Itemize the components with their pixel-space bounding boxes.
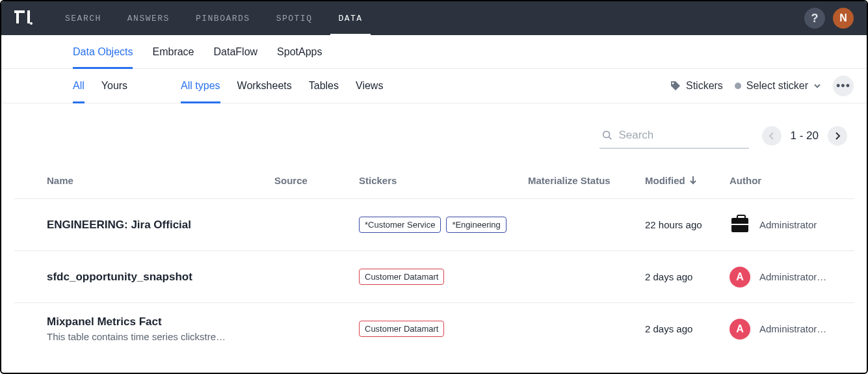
prev-page-button[interactable] — [762, 126, 782, 146]
th-modified[interactable]: Modified — [645, 175, 730, 186]
author-name: Administrator… — [759, 271, 826, 282]
name-cell: Mixpanel Metrics Fact This table contain… — [47, 315, 274, 342]
tab-spotapps[interactable]: SpotApps — [277, 35, 322, 69]
select-sticker-button[interactable]: Select sticker — [735, 80, 821, 92]
toolbar: 1 - 20 — [1, 103, 867, 162]
svg-point-4 — [672, 83, 674, 85]
svg-rect-2 — [27, 10, 30, 23]
filter-all-types[interactable]: All types — [181, 69, 220, 103]
next-page-button[interactable] — [828, 126, 847, 146]
chevron-right-icon — [834, 132, 841, 140]
sort-desc-icon — [689, 176, 697, 185]
filter-worksheets[interactable]: Worksheets — [237, 69, 292, 103]
table-header: Name Source Stickers Materialize Status … — [14, 162, 854, 198]
filter-all[interactable]: All — [73, 69, 85, 103]
sticker-cell: Customer Datamart — [359, 269, 528, 285]
author-cell: A Administrator… — [730, 319, 860, 340]
nav-search[interactable]: SEARCH — [65, 1, 101, 35]
tag-icon — [670, 81, 681, 91]
sticker-pill[interactable]: Customer Datamart — [359, 321, 444, 337]
svg-line-6 — [609, 137, 611, 140]
name-cell: ENGINEERING: Jira Official — [47, 219, 274, 232]
table-row[interactable]: ENGINEERING: Jira Official *Customer Ser… — [14, 198, 854, 250]
filter-tables[interactable]: Tables — [309, 69, 339, 103]
table-row[interactable]: Mixpanel Metrics Fact This table contain… — [14, 302, 854, 354]
data-table: Name Source Stickers Materialize Status … — [1, 162, 867, 354]
tab-embrace[interactable]: Embrace — [152, 35, 194, 69]
user-avatar[interactable]: N — [833, 8, 854, 29]
filter-views[interactable]: Views — [356, 69, 383, 103]
th-source[interactable]: Source — [274, 175, 359, 186]
top-nav-right: ? N — [804, 8, 854, 29]
sticker-pill[interactable]: *Engineering — [446, 217, 506, 233]
stickers-button[interactable]: Stickers — [670, 80, 723, 92]
table-row[interactable]: sfdc_opportunity_snapshot Customer Datam… — [14, 250, 854, 302]
modified-cell: 22 hours ago — [645, 219, 730, 230]
type-filter: All types Worksheets Tables Views — [181, 69, 383, 103]
ownership-filter: All Yours — [73, 69, 127, 103]
briefcase-icon — [731, 218, 748, 232]
modified-cell: 2 days ago — [645, 271, 730, 282]
chevron-down-icon — [813, 82, 821, 90]
svg-point-5 — [603, 131, 609, 138]
th-author[interactable]: Author — [730, 175, 860, 186]
dots-icon: ••• — [836, 79, 850, 93]
help-button[interactable]: ? — [804, 8, 825, 29]
top-nav: SEARCH ANSWERS PINBOARDS SPOTIQ DATA ? N — [1, 1, 867, 35]
search-box[interactable] — [599, 123, 749, 149]
author-cell: Administrator — [730, 215, 860, 235]
search-input[interactable] — [618, 129, 746, 142]
author-cell: A Administrator… — [730, 267, 860, 287]
sticker-cell: *Customer Service *Engineering — [359, 217, 528, 233]
dot-icon — [735, 83, 741, 89]
row-title: ENGINEERING: Jira Official — [47, 219, 274, 232]
stickers-label: Stickers — [686, 80, 723, 92]
sticker-pill[interactable]: Customer Datamart — [359, 269, 444, 285]
svg-rect-1 — [14, 10, 25, 13]
top-nav-items: SEARCH ANSWERS PINBOARDS SPOTIQ DATA — [65, 1, 363, 35]
nav-data[interactable]: DATA — [338, 1, 362, 35]
row-desc: This table contains time series clickstr… — [47, 331, 261, 342]
th-name[interactable]: Name — [47, 175, 274, 186]
chevron-left-icon — [769, 132, 775, 140]
th-materialize[interactable]: Materialize Status — [528, 175, 645, 186]
svg-point-3 — [30, 22, 33, 25]
sticker-pill[interactable]: *Customer Service — [359, 217, 441, 233]
select-sticker-label: Select sticker — [746, 80, 808, 92]
nav-answers[interactable]: ANSWERS — [127, 1, 170, 35]
tab-dataflow[interactable]: DataFlow — [214, 35, 258, 69]
filter-row: All Yours All types Worksheets Tables Vi… — [1, 69, 867, 103]
sub-tabs: Data Objects Embrace DataFlow SpotApps — [1, 35, 867, 69]
search-icon — [602, 129, 612, 141]
nav-pinboards[interactable]: PINBOARDS — [196, 1, 250, 35]
page-range: 1 - 20 — [791, 129, 819, 142]
nav-spotiq[interactable]: SPOTIQ — [276, 1, 313, 35]
author-name: Administrator… — [759, 323, 826, 334]
author-avatar: A — [730, 319, 750, 340]
author-avatar: A — [730, 267, 750, 287]
th-modified-label: Modified — [645, 175, 685, 186]
row-title: Mixpanel Metrics Fact — [47, 315, 274, 328]
tab-data-objects[interactable]: Data Objects — [73, 35, 133, 69]
pagination: 1 - 20 — [762, 126, 847, 146]
filter-yours[interactable]: Yours — [101, 69, 127, 103]
author-avatar — [730, 215, 750, 235]
name-cell: sfdc_opportunity_snapshot — [47, 271, 274, 284]
author-name: Administrator — [759, 219, 817, 230]
more-button[interactable]: ••• — [833, 75, 854, 96]
th-stickers[interactable]: Stickers — [359, 175, 528, 186]
app-logo[interactable] — [14, 9, 33, 27]
modified-cell: 2 days ago — [645, 323, 730, 334]
sticker-cell: Customer Datamart — [359, 321, 528, 337]
row-title: sfdc_opportunity_snapshot — [47, 271, 274, 284]
